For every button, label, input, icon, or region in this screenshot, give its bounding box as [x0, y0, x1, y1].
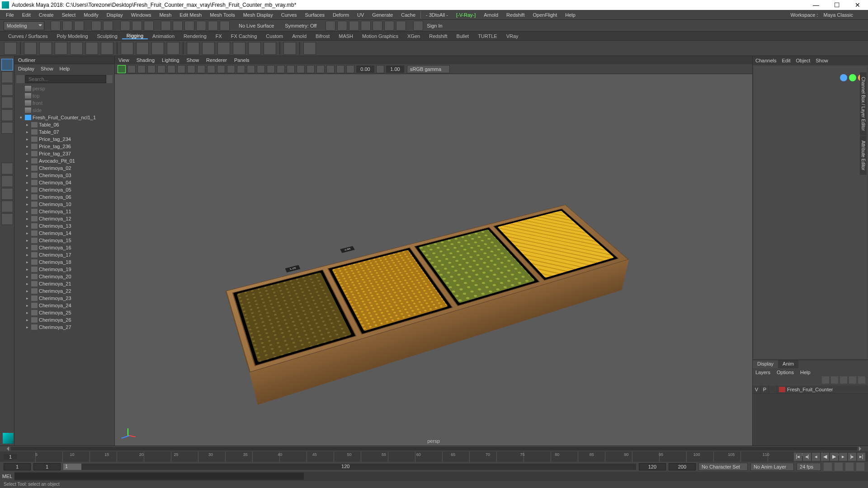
render-view-icon[interactable]	[396, 21, 406, 31]
menu-file[interactable]: File	[2, 10, 18, 20]
outliner-item[interactable]: ▸Cherimoya_19	[14, 266, 114, 273]
outliner-item[interactable]: ▸Cherimoya_15	[14, 237, 114, 244]
outliner-camera-front[interactable]: front	[14, 99, 114, 107]
outliner-menu-display[interactable]: Display	[18, 66, 34, 71]
outliner-item[interactable]: ▸Cherimoya_22	[14, 287, 114, 295]
scroll-right-icon[interactable]	[859, 446, 863, 451]
snap-curve-icon[interactable]	[173, 21, 183, 31]
shelf-tab-fx-caching[interactable]: FX Caching	[226, 33, 261, 39]
step-back-key-button[interactable]: ◂|	[803, 453, 811, 461]
ao-icon[interactable]	[297, 65, 305, 73]
shelf-tab-bullet[interactable]: Bullet	[452, 33, 474, 39]
layout-outliner[interactable]	[1, 213, 13, 225]
channel-tab-show[interactable]: Show	[816, 58, 828, 63]
layer-row[interactable]: V P Fresh_Fruit_Counter	[753, 385, 868, 394]
move-tool[interactable]	[1, 97, 13, 108]
workspace-combo[interactable]: Maya Classic	[820, 12, 857, 18]
outliner-item[interactable]: ▸Table_07	[14, 128, 114, 136]
undo-icon[interactable]	[91, 21, 101, 31]
shelf-icon-1[interactable]	[24, 42, 37, 55]
xray-joints-icon[interactable]	[326, 65, 335, 73]
shelf-icon-17[interactable]	[283, 42, 296, 55]
price-tag-2[interactable]: 1.25	[285, 265, 300, 272]
set-key-icon[interactable]	[835, 463, 843, 471]
render-icon[interactable]	[337, 21, 347, 31]
anim-layer-tab[interactable]: Anim	[778, 360, 798, 368]
outliner-item[interactable]: ▸Cherimoya_17	[14, 251, 114, 258]
smooth-shade-icon[interactable]	[257, 65, 265, 73]
vp-icon-6[interactable]	[167, 65, 175, 73]
range-end-field[interactable]	[639, 463, 666, 470]
side-tab-channel-box[interactable]: Channel Box / Layer Editor	[860, 72, 867, 136]
menu-plugin-2[interactable]: Arnold	[480, 10, 502, 20]
vp-menu-lighting[interactable]: Lighting	[162, 57, 179, 63]
film-gate-icon[interactable]	[217, 65, 225, 73]
menu-plugin-4[interactable]: OpenFlight	[528, 10, 561, 20]
select-mode-icon[interactable]	[120, 21, 130, 31]
layer-icon-1[interactable]	[822, 376, 829, 384]
shelf-tab-curves---surfaces[interactable]: Curves / Surfaces	[4, 33, 52, 39]
layer-icon-5[interactable]	[858, 376, 865, 384]
loop-icon[interactable]	[845, 463, 854, 471]
xray-icon[interactable]	[316, 65, 325, 73]
price-tag-1[interactable]: 2.55	[340, 246, 355, 253]
menu-curves[interactable]: Curves	[277, 10, 301, 20]
menu-deform[interactable]: Deform	[329, 10, 353, 20]
layer-menu-layers[interactable]: Layers	[755, 370, 770, 375]
shadows-icon[interactable]	[287, 65, 295, 73]
shelf-icon-4[interactable]	[70, 42, 83, 55]
play-back-button[interactable]: ◀	[821, 453, 829, 461]
outliner-item[interactable]: ▸Cherimoya_27	[14, 324, 114, 331]
new-scene-icon[interactable]	[51, 21, 61, 31]
menu-plugin-1[interactable]: [-V-Ray-]	[452, 10, 480, 20]
lights-icon[interactable]	[277, 65, 285, 73]
shelf-tab-turtle[interactable]: TURTLE	[473, 33, 502, 39]
render-settings-icon[interactable]	[361, 21, 371, 31]
shelf-icon-11[interactable]	[187, 42, 199, 55]
vp-icon-8[interactable]	[187, 65, 195, 73]
exposure-value[interactable]: 0.00	[356, 66, 374, 73]
outliner-item[interactable]: ▸Table_06	[14, 121, 114, 128]
shelf-icon-16[interactable]	[264, 42, 276, 55]
display-layer-tab[interactable]: Display	[753, 360, 778, 368]
outliner-item[interactable]: ▸Price_tag_236	[14, 143, 114, 150]
outliner-root[interactable]: ▾Fresh_Fruit_Counter_ncl1_1	[14, 114, 114, 121]
outliner-hscroll[interactable]	[11, 447, 857, 450]
shelf-icon-10[interactable]	[167, 42, 179, 55]
outliner-item[interactable]: ▸Cherimoya_18	[14, 258, 114, 266]
outliner-item[interactable]: ▸Cherimoya_05	[14, 186, 114, 193]
outliner-item[interactable]: ▸Cherimoya_04	[14, 179, 114, 186]
shelf-tab-vray[interactable]: VRay	[502, 33, 523, 39]
outliner-camera-side[interactable]: side	[14, 107, 114, 114]
layer-icon-3[interactable]	[840, 376, 847, 384]
maximize-button[interactable]: ☐	[826, 0, 847, 10]
shelf-icon-12[interactable]	[202, 42, 215, 55]
close-button[interactable]: ✕	[847, 0, 868, 10]
menu-mesh-tools[interactable]: Mesh Tools	[206, 10, 239, 20]
select-tool[interactable]	[1, 59, 13, 70]
auto-key-icon[interactable]	[824, 463, 832, 471]
shelf-icon-9[interactable]	[151, 42, 164, 55]
history-icon[interactable]	[326, 21, 335, 31]
current-frame[interactable]: 1	[4, 454, 17, 460]
layer-playback[interactable]: P	[761, 385, 769, 393]
step-forward-button[interactable]: ▸	[839, 453, 847, 461]
shelf-tab-rigging[interactable]: Rigging	[122, 33, 148, 39]
outliner-item[interactable]: ▸Cherimoya_16	[14, 244, 114, 251]
time-slider[interactable]: 1 51015202530354045505560657075808590951…	[0, 451, 868, 462]
shelf-tab-arnold[interactable]: Arnold	[288, 33, 311, 39]
scale-tool[interactable]	[1, 122, 13, 134]
hypershade-icon[interactable]	[373, 21, 382, 31]
anim-start-field[interactable]	[4, 463, 31, 470]
vp-icon-3[interactable]	[137, 65, 146, 73]
redo-icon[interactable]	[103, 21, 113, 31]
step-forward-key-button[interactable]: |▸	[848, 453, 856, 461]
go-end-button[interactable]: ▸|	[857, 453, 865, 461]
lasso-tool[interactable]	[1, 71, 13, 83]
outliner-search-input[interactable]	[25, 75, 106, 83]
minimize-button[interactable]: —	[806, 0, 826, 10]
outliner-menu-help[interactable]: Help	[60, 66, 70, 71]
menu-plugin-5[interactable]: Help	[561, 10, 580, 20]
command-input[interactable]	[14, 473, 304, 480]
outliner-item[interactable]: ▸Cherimoya_20	[14, 273, 114, 280]
